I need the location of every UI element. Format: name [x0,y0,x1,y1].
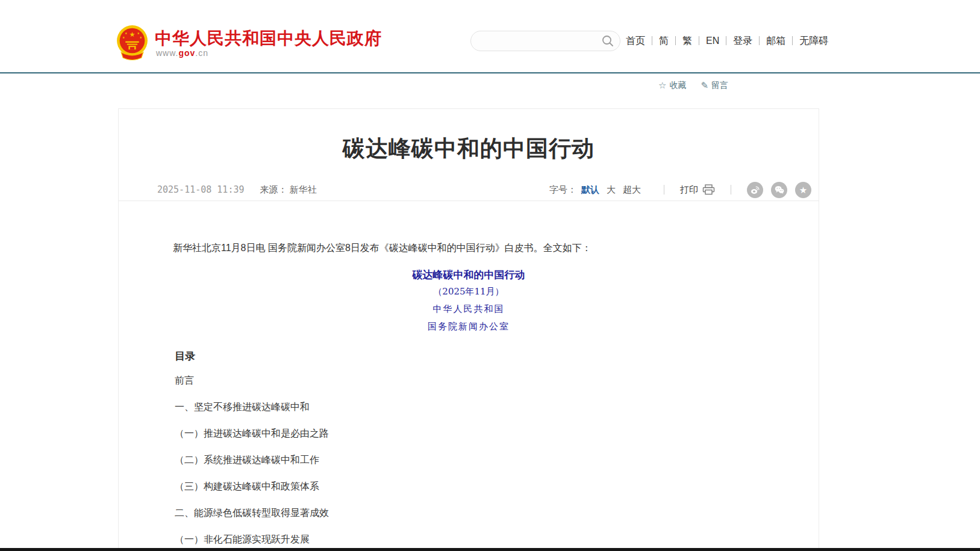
meta-right: 字号： 默认大超大 打印 [549,182,811,198]
favorite-label: 收藏 [669,80,686,91]
share-buttons: ★ [747,182,811,198]
svg-text:★: ★ [139,36,142,39]
star-glyph: ★ [799,185,807,195]
nav-link[interactable]: 繁 [669,35,692,48]
font-size-options: 默认大超大 [581,184,648,196]
nav-link[interactable]: EN [692,36,719,46]
lead-paragraph: 新华社北京11月8日电 国务院新闻办公室8日发布《碳达峰碳中和的中国行动》白皮书… [173,241,763,255]
font-size-label: 字号： [549,184,576,196]
meta-divider [731,185,731,195]
star-share-icon[interactable]: ★ [795,182,811,198]
nav-link[interactable]: 简 [645,35,669,48]
national-emblem-icon: ★ ★ ★ ★ ★ [114,23,151,60]
header-divider [0,72,980,73]
svg-text:★: ★ [137,31,140,35]
toc-item: 二、能源绿色低碳转型取得显著成效 [175,507,717,519]
article-title: 碳达峰碳中和的中国行动 [118,134,819,164]
source: 来源： 新华社 [260,184,317,196]
svg-text:★: ★ [122,36,125,39]
toc-item: 前言 [175,375,717,387]
site-logo[interactable]: ★ ★ ★ ★ ★ 中华人民共和国中央人民政府 www.gov.cn [114,23,373,62]
toc-item: （三）构建碳达峰碳中和政策体系 [175,481,717,493]
svg-text:★: ★ [129,31,135,38]
message-label: 留言 [711,80,728,91]
toc-item: 一、坚定不移推进碳达峰碳中和 [175,401,717,413]
site-title: 中华人民共和国中央人民政府 [155,27,382,50]
print-button[interactable]: 打印 [680,184,715,196]
printer-icon [702,184,715,195]
font-size-option[interactable]: 默认 [581,184,599,196]
print-label: 打印 [680,184,698,196]
toc-item: （二）系统推进碳达峰碳中和工作 [175,454,717,466]
document-issuer-line2: 国务院新闻办公室 [118,321,819,332]
star-outline-icon: ☆ [658,80,666,91]
weibo-icon[interactable] [747,182,763,198]
toc-item: （一）非化石能源实现跃升发展 [175,534,717,546]
toc-list: 前言一、坚定不移推进碳达峰碳中和（一）推进碳达峰碳中和是必由之路（二）系统推进碳… [175,375,717,551]
pencil-icon: ✎ [701,80,708,91]
font-size-option[interactable]: 超大 [623,184,641,196]
publish-date: 2025-11-08 11:39 [157,184,245,195]
nav-link[interactable]: 登录 [719,35,752,48]
search-input[interactable] [481,34,598,49]
site-header: ★ ★ ★ ★ ★ 中华人民共和国中央人民政府 www.gov.cn 首页简繁E… [0,0,980,73]
nav-link[interactable]: 首页 [626,35,645,48]
site-url: www.gov.cn [156,48,208,58]
article-meta-row: 2025-11-08 11:39 来源： 新华社 字号： 默认大超大 打印 [119,179,819,201]
favorite-button[interactable]: ☆ 收藏 [658,80,686,91]
svg-text:★: ★ [125,31,128,35]
toc-heading: 目录 [175,349,195,363]
bottom-edge-bar [0,548,980,551]
search-box [470,31,620,51]
top-nav: 首页简繁EN登录邮箱无障碍 [626,34,828,48]
meta-divider [664,185,664,195]
nav-link[interactable]: 邮箱 [752,35,785,48]
document-title: 碳达峰碳中和的中国行动 [118,268,819,282]
document-issuer-line1: 中华人民共和国 [118,304,819,315]
font-size-option[interactable]: 大 [607,184,616,196]
wechat-icon[interactable] [771,182,787,198]
utility-bar: ☆ 收藏 ✎ 留言 [658,80,728,91]
document-date-line: （2025年11月） [118,286,819,297]
nav-link[interactable]: 无障碍 [785,35,828,48]
message-button[interactable]: ✎ 留言 [701,80,728,91]
meta-left: 2025-11-08 11:39 来源： 新华社 [157,184,317,196]
search-icon[interactable] [601,34,614,48]
toc-item: （一）推进碳达峰碳中和是必由之路 [175,428,717,440]
